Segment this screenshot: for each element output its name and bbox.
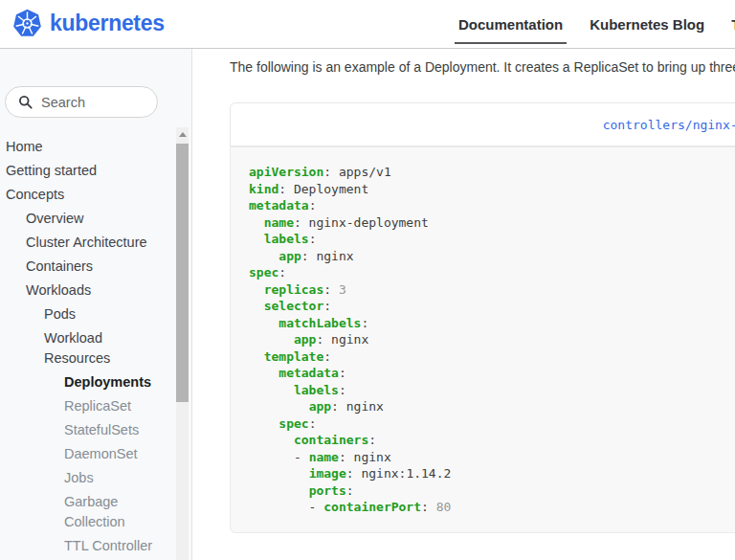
nav-documentation[interactable]: Documentation	[458, 16, 563, 33]
search-input[interactable]	[39, 94, 144, 111]
sidebar-item[interactable]: TTL Controller	[0, 536, 182, 556]
brand-title: kubernetes	[50, 11, 165, 36]
code-line: spec:	[249, 264, 735, 281]
sidebar-scrollbar[interactable]	[176, 127, 189, 560]
code-line: containers:	[249, 432, 735, 449]
code-line: metadata:	[249, 197, 735, 214]
search-box[interactable]	[5, 86, 158, 118]
code-line: metadata:	[249, 365, 735, 382]
sidebar-item[interactable]: Workloads	[0, 280, 182, 301]
code-line: matchLabels:	[249, 315, 735, 332]
top-nav: Documentation Kubernetes Blog Training	[458, 0, 735, 49]
code-line: name: nginx-deployment	[249, 214, 735, 232]
nav-kubernetes-blog[interactable]: Kubernetes Blog	[590, 16, 704, 33]
code-line: replicas: 3	[249, 281, 735, 299]
code-line: - containerPort: 80	[249, 499, 735, 516]
sidebar-item[interactable]: ReplicaSet	[0, 396, 182, 416]
sidebar-item[interactable]: Pods	[0, 304, 182, 325]
sidebar-nav: HomeGetting startedConceptsOverviewClust…	[0, 137, 182, 560]
sidebar-item[interactable]: DaemonSet	[0, 444, 182, 464]
kubernetes-logo[interactable]: kubernetes	[12, 9, 165, 38]
code-line: app: nginx	[249, 398, 735, 415]
main-content: The following is an example of a Deploym…	[192, 49, 735, 560]
sidebar: HomeGetting startedConceptsOverviewClust…	[0, 49, 192, 560]
intro-paragraph: The following is an example of a Deploym…	[230, 57, 735, 77]
code-line: kind: Deployment	[249, 181, 735, 198]
scroll-up-arrow-icon[interactable]	[179, 132, 187, 137]
code-line: app: nginx	[249, 248, 735, 265]
sidebar-item[interactable]: Concepts	[0, 185, 182, 205]
code-line: ports:	[249, 482, 735, 500]
sidebar-item[interactable]: Overview	[0, 209, 182, 229]
nav-training[interactable]: Training	[731, 16, 735, 33]
code-line: - name: nginx	[249, 449, 735, 466]
kubernetes-wheel-icon	[12, 9, 42, 38]
code-sample-header: controllers/nginx-deployment.yaml	[230, 102, 735, 146]
code-block-content: apiVersion: apps/v1kind: Deploymentmetad…	[249, 164, 735, 516]
code-line: spec:	[249, 415, 735, 433]
code-file-link[interactable]: controllers/nginx-deployment.yaml	[603, 118, 735, 132]
sidebar-item[interactable]: Jobs	[0, 468, 182, 488]
sidebar-item[interactable]: StatefulSets	[0, 420, 182, 440]
search-icon	[18, 95, 33, 109]
code-block: apiVersion: apps/v1kind: Deploymentmetad…	[230, 146, 735, 533]
code-line: labels:	[249, 382, 735, 399]
sidebar-item[interactable]: Garbage Collection	[0, 492, 182, 532]
code-line: app: nginx	[249, 331, 735, 348]
site-header: kubernetes Documentation Kubernetes Blog…	[0, 0, 735, 49]
code-line: labels:	[249, 231, 735, 248]
code-line: template:	[249, 348, 735, 366]
code-line: selector:	[249, 298, 735, 315]
code-line: apiVersion: apps/v1	[249, 164, 735, 181]
sidebar-item[interactable]: Cluster Architecture	[0, 233, 182, 253]
sidebar-item[interactable]: Containers	[0, 257, 182, 277]
scrollbar-thumb[interactable]	[176, 144, 189, 402]
sidebar-item[interactable]: Getting started	[0, 161, 182, 181]
sidebar-item[interactable]: Workload Resources	[0, 328, 182, 369]
code-sample: controllers/nginx-deployment.yaml apiVer…	[230, 102, 735, 533]
sidebar-item[interactable]: Home	[0, 137, 182, 157]
code-line: image: nginx:1.14.2	[249, 465, 735, 482]
sidebar-item[interactable]: Deployments	[0, 372, 182, 392]
page: kubernetes Documentation Kubernetes Blog…	[0, 0, 735, 560]
